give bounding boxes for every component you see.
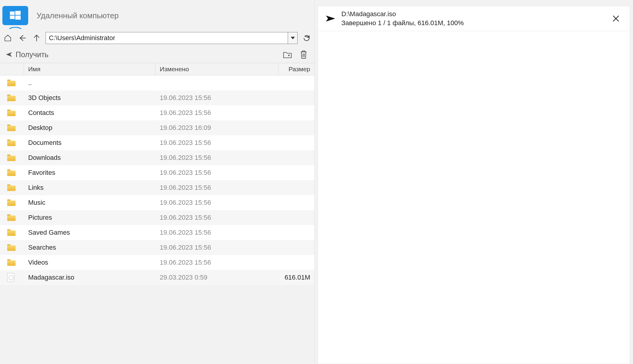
- table-row[interactable]: Documents19.06.2023 15:56: [0, 135, 314, 150]
- receive-button[interactable]: Получить: [5, 50, 49, 59]
- row-modified: 19.06.2023 15:56: [156, 259, 278, 266]
- folder-icon: [0, 110, 24, 116]
- row-name: Searches: [24, 244, 156, 251]
- row-name: 3D Objects: [24, 94, 156, 102]
- table-row[interactable]: Madagascar.iso29.03.2023 0:59616.01M: [0, 270, 314, 285]
- folder-icon: [0, 139, 24, 146]
- row-name: Videos: [24, 259, 156, 266]
- folder-icon: [0, 184, 24, 191]
- row-name: Music: [24, 199, 156, 207]
- folder-icon: [0, 95, 24, 101]
- svg-rect-1: [15, 11, 21, 15]
- transfer-status: Завершено 1 / 1 файлы, 616.01M, 100%: [341, 19, 610, 28]
- refresh-button[interactable]: [301, 33, 312, 43]
- table-row[interactable]: Contacts19.06.2023 15:56: [0, 105, 314, 120]
- row-modified: 19.06.2023 15:56: [156, 199, 278, 207]
- path-dropdown-button[interactable]: [288, 32, 297, 44]
- row-name: Saved Games: [24, 229, 156, 236]
- col-size-header[interactable]: Размер: [278, 63, 314, 75]
- table-row[interactable]: ..: [0, 75, 314, 90]
- row-name: Madagascar.iso: [24, 274, 156, 281]
- transfer-item: D:\Madagascar.iso Завершено 1 / 1 файлы,…: [318, 6, 630, 31]
- folder-icon: [0, 229, 24, 236]
- row-modified: 19.06.2023 15:56: [156, 214, 278, 222]
- row-name: Documents: [24, 139, 156, 147]
- file-table: Имя Изменено Размер ..3D Objects19.06.20…: [0, 63, 314, 285]
- folder-icon: [0, 80, 24, 86]
- table-row[interactable]: Favorites19.06.2023 15:56: [0, 165, 314, 180]
- new-folder-button[interactable]: [282, 49, 293, 60]
- table-row[interactable]: Pictures19.06.2023 15:56: [0, 210, 314, 225]
- transfer-panel: D:\Madagascar.iso Завершено 1 / 1 файлы,…: [315, 0, 633, 364]
- table-row[interactable]: Music19.06.2023 15:56: [0, 195, 314, 210]
- receive-label: Получить: [16, 50, 49, 59]
- table-row[interactable]: Saved Games19.06.2023 15:56: [0, 225, 314, 240]
- path-combobox: [46, 32, 298, 44]
- remote-file-browser: Удаленный компьютер: [0, 0, 315, 364]
- folder-icon: [0, 169, 24, 176]
- row-modified: 19.06.2023 15:56: [156, 154, 278, 162]
- svg-rect-3: [15, 16, 21, 20]
- row-modified: 19.06.2023 16:09: [156, 124, 278, 132]
- table-row[interactable]: Links19.06.2023 15:56: [0, 180, 314, 195]
- panel-header: Удаленный компьютер: [0, 0, 314, 30]
- folder-icon: [0, 125, 24, 131]
- nav-toolbar: [0, 30, 314, 46]
- row-modified: 29.03.2023 0:59: [156, 274, 278, 281]
- col-modified-header[interactable]: Изменено: [156, 63, 278, 75]
- table-row[interactable]: 3D Objects19.06.2023 15:56: [0, 90, 314, 105]
- folder-icon: [0, 214, 24, 221]
- row-name: ..: [24, 79, 156, 87]
- row-name: Desktop: [24, 124, 156, 132]
- table-body: ..3D Objects19.06.2023 15:56Contacts19.0…: [0, 75, 314, 285]
- close-transfer-button[interactable]: [610, 13, 622, 25]
- col-name-header[interactable]: Имя: [24, 63, 156, 75]
- send-icon: [324, 14, 337, 23]
- action-toolbar: Получить: [0, 46, 314, 63]
- panel-title: Удаленный компьютер: [37, 11, 119, 20]
- row-name: Favorites: [24, 169, 156, 177]
- row-name: Pictures: [24, 214, 156, 222]
- table-row[interactable]: Downloads19.06.2023 15:56: [0, 150, 314, 165]
- svg-rect-0: [10, 11, 15, 15]
- table-row[interactable]: Desktop19.06.2023 16:09: [0, 120, 314, 135]
- row-modified: 19.06.2023 15:56: [156, 169, 278, 177]
- transfer-path: D:\Madagascar.iso: [341, 10, 610, 19]
- table-header: Имя Изменено Размер: [0, 63, 314, 75]
- row-name: Links: [24, 184, 156, 192]
- folder-icon: [0, 244, 24, 251]
- row-modified: 19.06.2023 15:56: [156, 229, 278, 236]
- row-modified: 19.06.2023 15:56: [156, 94, 278, 102]
- row-modified: 19.06.2023 15:56: [156, 184, 278, 192]
- path-input[interactable]: [46, 32, 288, 44]
- row-modified: 19.06.2023 15:56: [156, 244, 278, 251]
- delete-button[interactable]: [298, 49, 309, 60]
- row-name: Downloads: [24, 154, 156, 162]
- folder-icon: [0, 154, 24, 161]
- up-button[interactable]: [31, 33, 42, 43]
- folder-icon: [0, 199, 24, 206]
- row-modified: 19.06.2023 15:56: [156, 139, 278, 147]
- table-row[interactable]: Searches19.06.2023 15:56: [0, 240, 314, 255]
- home-button[interactable]: [2, 33, 13, 43]
- file-icon: [0, 273, 24, 282]
- remote-windows-icon: [2, 6, 28, 25]
- transfer-body: [318, 31, 630, 364]
- row-size: 616.01M: [278, 274, 314, 281]
- table-row[interactable]: Videos19.06.2023 15:56: [0, 255, 314, 270]
- folder-icon: [0, 259, 24, 266]
- row-modified: 19.06.2023 15:56: [156, 109, 278, 117]
- row-name: Contacts: [24, 109, 156, 117]
- back-button[interactable]: [17, 33, 28, 43]
- receive-icon: [5, 51, 13, 58]
- col-icon-header[interactable]: [0, 63, 24, 75]
- svg-rect-2: [10, 16, 15, 19]
